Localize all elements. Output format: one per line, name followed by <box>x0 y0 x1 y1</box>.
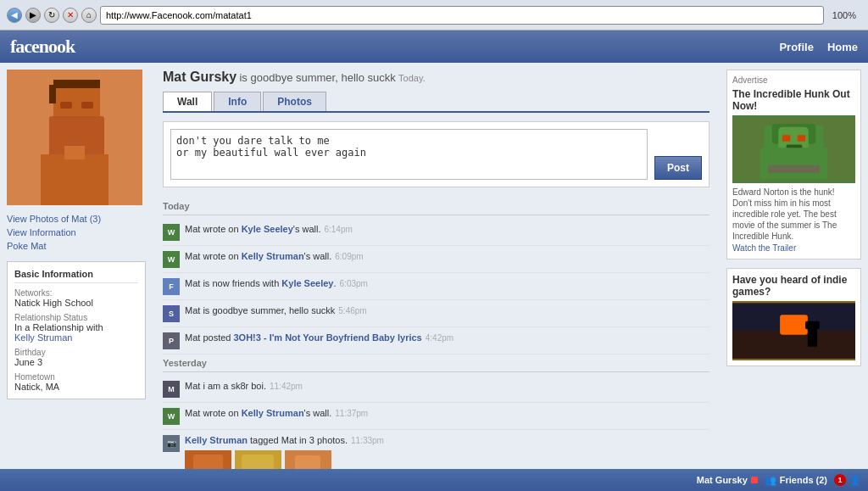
photo-thumb-3[interactable] <box>285 450 331 469</box>
main-container: View Photos of Mat (3) View Information … <box>0 63 868 469</box>
ad-link-1[interactable]: Watch the Trailer <box>732 243 796 253</box>
feed-text-1: Mat wrote on Kyle Seeley's wall.6:14pm <box>185 223 709 236</box>
ad-title-2: Have you heard of indie games? <box>732 274 855 298</box>
sidebar-links: View Photos of Mat (3) View Information … <box>7 212 146 253</box>
hometown-label: Hometown <box>14 372 138 382</box>
ad-description-1: Edward Norton is the hunk! Don't miss hi… <box>732 187 855 242</box>
ad-image-1[interactable] <box>732 115 855 183</box>
photo-thumb-2[interactable] <box>235 450 281 469</box>
status-icon-1: S <box>163 305 180 322</box>
forward-button[interactable]: ▶ <box>25 8 41 23</box>
kelly-struman-link-2[interactable]: Kelly Struman <box>242 408 304 418</box>
friends-icon: 👥 <box>765 475 776 486</box>
stop-button[interactable]: ✕ <box>63 8 78 23</box>
kyle-seeley-link-2[interactable]: Kyle Seeley <box>281 278 333 288</box>
svg-rect-30 <box>780 315 808 334</box>
kyle-seeley-link-1[interactable]: Kyle Seeley <box>242 224 293 234</box>
svg-rect-10 <box>193 455 223 469</box>
feed-text-7: Mat wrote on Kelly Struman's wall.11:37p… <box>185 407 709 420</box>
feed-item-1: W Mat wrote on Kyle Seeley's wall.6:14pm <box>163 219 709 246</box>
home-nav-link[interactable]: Home <box>827 41 858 53</box>
content-area: Mat Gursky is goodbye summer, hello suck… <box>153 63 720 469</box>
tab-photos[interactable]: Photos <box>263 92 326 111</box>
wall-post-box: don't you dare talk to me or my beautifu… <box>163 121 709 187</box>
ad-section-1: Advertise The Incredible Hunk Out Now! <box>726 70 861 259</box>
home-button[interactable]: ⌂ <box>81 8 97 23</box>
feed-today-label: Today <box>163 198 709 215</box>
ad-section-2: Have you heard of indie games? <box>726 268 861 366</box>
relationship-person-link[interactable]: Kelly Struman <box>14 332 72 343</box>
view-photos-link[interactable]: View Photos of Mat (3) <box>7 212 146 226</box>
networks-value: Natick High School <box>14 298 138 308</box>
svg-rect-25 <box>760 148 828 179</box>
basic-info-title: Basic Information <box>14 269 138 283</box>
relationship-label: Relationship Status <box>14 313 138 322</box>
photo-icon-1: 📷 <box>163 435 180 452</box>
feed-item-6: M Mat i am a sk8r boi.11:42pm <box>163 376 709 403</box>
left-sidebar: View Photos of Mat (3) View Information … <box>0 63 153 469</box>
profile-name: Mat Gursky <box>163 70 236 84</box>
status-bar: Mat Gursky 👥 Friends (2) 1 👤 <box>0 469 868 491</box>
browser-chrome: ◀ ▶ ↻ ✕ ⌂ 100% <box>0 0 868 31</box>
feed-item-2: W Mat wrote on Kelly Struman's wall.6:09… <box>163 246 709 273</box>
svg-rect-32 <box>805 321 820 329</box>
photo-thumbs <box>185 450 709 469</box>
status-dot <box>751 477 758 483</box>
reload-button[interactable]: ↻ <box>44 8 59 23</box>
profile-status-time: Today. <box>398 73 426 83</box>
status-friends-count[interactable]: 👥 Friends (2) <box>765 475 827 486</box>
info-box: Basic Information Networks: Natick High … <box>7 261 146 399</box>
view-information-link[interactable]: View Information <box>7 226 146 239</box>
back-button[interactable]: ◀ <box>7 8 22 23</box>
birthday-value: June 3 <box>14 357 138 367</box>
profile-header: Mat Gursky is goodbye summer, hello suck… <box>163 70 709 85</box>
status-notification[interactable]: 1 👤 <box>834 474 861 486</box>
svg-rect-5 <box>53 80 100 88</box>
kelly-struman-link-1[interactable]: Kelly Struman <box>242 251 304 261</box>
tab-info[interactable]: Info <box>214 92 261 111</box>
svg-rect-29 <box>732 331 855 359</box>
wall-post-textarea[interactable]: don't you dare talk to me or my beautifu… <box>170 129 648 180</box>
feed-text-8: Kelly Struman tagged Mat in 3 photos.11:… <box>185 434 709 469</box>
fb-nav: Profile Home <box>779 41 858 53</box>
ad-image-2[interactable] <box>732 301 855 360</box>
post-button[interactable]: Post <box>654 156 702 180</box>
feed-item-3: F Mat is now friends with Kyle Seeley.6:… <box>163 273 709 300</box>
poke-link[interactable]: Poke Mat <box>7 239 146 253</box>
birthday-label: Birthday <box>14 348 138 357</box>
feed-text-5: Mat posted 3OH!3 - I'm Not Your Boyfrien… <box>185 332 709 344</box>
svg-rect-23 <box>798 135 805 141</box>
post-link-1[interactable]: 3OH!3 - I'm Not Your Boyfriend Baby lyri… <box>233 332 421 343</box>
profile-tabs: Wall Info Photos <box>163 92 709 113</box>
feed-text-2: Mat wrote on Kelly Struman's wall.6:09pm <box>185 250 709 263</box>
feed-item-5: P Mat posted 3OH!3 - I'm Not Your Boyfri… <box>163 327 709 354</box>
svg-rect-13 <box>242 455 274 469</box>
networks-label: Networks: <box>14 288 138 298</box>
fb-header: facenook Profile Home <box>0 31 868 63</box>
wall-icon-3: W <box>163 408 180 425</box>
svg-rect-3 <box>41 154 108 205</box>
hometown-value: Natick, MA <box>14 382 138 392</box>
relationship-value: In a Relationship with Kelly Struman <box>14 322 138 343</box>
notification-badge: 1 <box>834 474 846 486</box>
right-sidebar: Advertise The Incredible Hunk Out Now! <box>720 63 868 469</box>
photo-thumb-1[interactable] <box>185 450 231 469</box>
svg-rect-6 <box>49 85 56 103</box>
profile-nav-link[interactable]: Profile <box>779 41 813 53</box>
status-user: Mat Gursky <box>697 475 758 485</box>
feed-item-4: S Mat is goodbye summer, hello suckk5:46… <box>163 300 709 327</box>
tab-wall[interactable]: Wall <box>163 92 212 111</box>
wall-icon-2: W <box>163 251 180 268</box>
svg-rect-7 <box>60 102 72 109</box>
notification-icon: 👤 <box>849 475 861 486</box>
zoom-indicator: 100% <box>827 10 861 20</box>
kelly-struman-link-3[interactable]: Kelly Struman <box>185 435 248 445</box>
feed-text-4: Mat is goodbye summer, hello suckk5:46pm <box>185 304 709 317</box>
ad-label: Advertise <box>732 75 855 85</box>
svg-rect-22 <box>782 135 790 141</box>
svg-rect-26 <box>768 165 820 173</box>
svg-rect-8 <box>81 102 93 109</box>
feed-item-8: 📷 Kelly Struman tagged Mat in 3 photos.1… <box>163 430 709 469</box>
ad-title-1: The Incredible Hunk Out Now! <box>732 88 855 112</box>
address-bar[interactable] <box>100 6 824 25</box>
